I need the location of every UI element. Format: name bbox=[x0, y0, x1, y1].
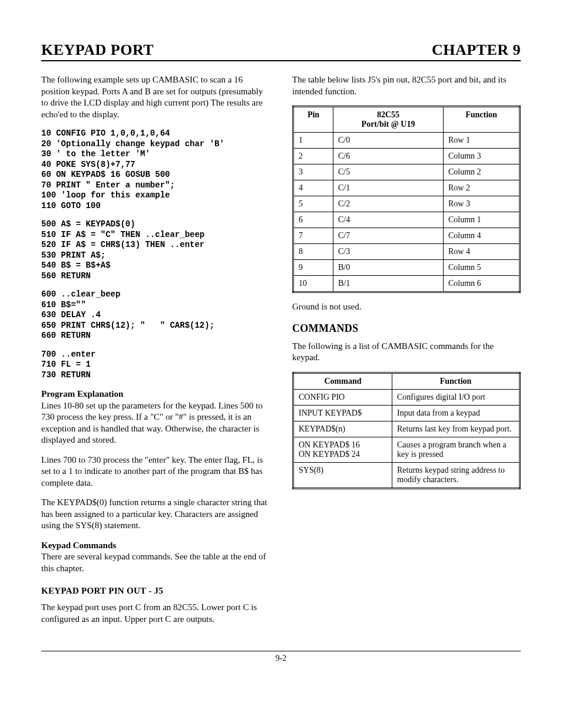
table-row: SYS(8)Returns keypad string address to m… bbox=[293, 462, 520, 488]
table-cell: B/1 bbox=[333, 276, 444, 292]
commands-intro: The following is a list of CAMBASIC comm… bbox=[292, 341, 521, 364]
table-row: INPUT KEYPAD$Input data from a keypad bbox=[293, 405, 520, 421]
table-row: 7C/7Column 4 bbox=[293, 228, 520, 244]
code-block-1: 10 CONFIG PIO 1,0,0,1,0,64 20 'Optionall… bbox=[41, 129, 270, 211]
table-row: 6C/4Column 1 bbox=[293, 212, 520, 228]
keypad-commands-body: There are several keypad commands. See t… bbox=[41, 551, 270, 574]
pinout-heading: KEYPAD PORT PIN OUT - J5 bbox=[41, 586, 270, 596]
code-block-4: 700 ..enter 710 FL = 1 730 RETURN bbox=[41, 350, 270, 381]
table-header-row: Command Function bbox=[293, 373, 520, 389]
table-cell: Column 2 bbox=[444, 164, 520, 180]
table-cell: Column 6 bbox=[444, 276, 520, 292]
table-row: 10B/1Column 6 bbox=[293, 276, 520, 292]
table-cell: 9 bbox=[293, 260, 333, 276]
table-cell: Column 1 bbox=[444, 212, 520, 228]
th-function: Function bbox=[444, 107, 520, 133]
program-explanation-2: Lines 700 to 730 process the "enter" key… bbox=[41, 454, 270, 489]
commands-heading: COMMANDS bbox=[292, 322, 521, 335]
commands-table: Command Function CONFIG PIOConfigures di… bbox=[292, 372, 521, 489]
right-column: The table below lists J5's pin out, 82C5… bbox=[292, 74, 521, 633]
table-row: 4C/1Row 2 bbox=[293, 180, 520, 196]
keypad-commands-title: Keypad Commands bbox=[41, 540, 270, 552]
table-cell: C/6 bbox=[333, 149, 444, 164]
table-row: 1C/0Row 1 bbox=[293, 133, 520, 149]
table-row: 2C/6Column 3 bbox=[293, 149, 520, 164]
table-row: 5C/2Row 3 bbox=[293, 196, 520, 212]
table-cell: ON KEYPAD$ 16 ON KEYPAD$ 24 bbox=[293, 437, 392, 462]
table-cell: 6 bbox=[293, 212, 333, 228]
table-cell: SYS(8) bbox=[293, 462, 392, 488]
table-cell: Input data from a keypad bbox=[392, 405, 520, 421]
intro-paragraph: The following example sets up CAMBASIC t… bbox=[41, 74, 270, 120]
table-row: ON KEYPAD$ 16 ON KEYPAD$ 24Causes a prog… bbox=[293, 437, 520, 462]
left-column: The following example sets up CAMBASIC t… bbox=[41, 74, 270, 633]
table-cell: Returns last key from keypad port. bbox=[392, 421, 520, 437]
table-cell: Column 4 bbox=[444, 228, 520, 244]
right-intro: The table below lists J5's pin out, 82C5… bbox=[292, 74, 521, 97]
table-row: 9B/0Column 5 bbox=[293, 260, 520, 276]
table-cell: 10 bbox=[293, 276, 333, 292]
table-cell: C/4 bbox=[333, 212, 444, 228]
table-cell: B/0 bbox=[333, 260, 444, 276]
header-left: KEYPAD PORT bbox=[41, 41, 154, 59]
page-header: KEYPAD PORT CHAPTER 9 bbox=[41, 41, 521, 61]
content-columns: The following example sets up CAMBASIC t… bbox=[41, 74, 521, 633]
table-cell: Column 5 bbox=[444, 260, 520, 276]
table-cell: C/3 bbox=[333, 244, 444, 260]
table-cell: 5 bbox=[293, 196, 333, 212]
table-cell: 2 bbox=[293, 149, 333, 164]
table-cell: INPUT KEYPAD$ bbox=[293, 405, 392, 421]
ground-note: Ground is not used. bbox=[292, 301, 521, 313]
table-cell: C/2 bbox=[333, 196, 444, 212]
th-command: Command bbox=[293, 373, 392, 389]
page-footer: 9-2 bbox=[41, 651, 521, 663]
table-cell: Column 3 bbox=[444, 149, 520, 164]
code-block-3: 600 ..clear_beep 610 B$="" 630 DELAY .4 … bbox=[41, 289, 270, 341]
table-cell: C/7 bbox=[333, 228, 444, 244]
table-cell: 1 bbox=[293, 133, 333, 149]
table-cell: 4 bbox=[293, 180, 333, 196]
table-cell: Row 4 bbox=[444, 244, 520, 260]
th-pin: Pin bbox=[293, 107, 333, 133]
th-port: 82C55 Port/bit @ U19 bbox=[333, 107, 444, 133]
program-explanation-3: The KEYPAD$(0) function returns a single… bbox=[41, 497, 270, 532]
program-explanation-1: Lines 10-80 set up the parameters for th… bbox=[41, 400, 270, 446]
table-cell: C/0 bbox=[333, 133, 444, 149]
table-cell: Configures digital I/O port bbox=[392, 389, 520, 405]
table-cell: C/5 bbox=[333, 164, 444, 180]
table-cell: C/1 bbox=[333, 180, 444, 196]
table-row: 3C/5Column 2 bbox=[293, 164, 520, 180]
cmd-table-body: CONFIG PIOConfigures digital I/O portINP… bbox=[293, 389, 520, 488]
table-cell: Returns keypad string address to modify … bbox=[392, 462, 520, 488]
code-block-2: 500 A$ = KEYPAD$(0) 510 IF A$ = "C" THEN… bbox=[41, 219, 270, 281]
pin-table: Pin 82C55 Port/bit @ U19 Function 1C/0Ro… bbox=[292, 106, 521, 293]
table-cell: KEYPAD$(n) bbox=[293, 421, 392, 437]
table-header-row: Pin 82C55 Port/bit @ U19 Function bbox=[293, 107, 520, 133]
table-cell: Causes a program branch when a key is pr… bbox=[392, 437, 520, 462]
th-cmd-function: Function bbox=[392, 373, 520, 389]
pin-table-body: 1C/0Row 12C/6Column 33C/5Column 24C/1Row… bbox=[293, 133, 520, 292]
table-cell: Row 3 bbox=[444, 196, 520, 212]
table-cell: 7 bbox=[293, 228, 333, 244]
table-row: KEYPAD$(n)Returns last key from keypad p… bbox=[293, 421, 520, 437]
table-row: CONFIG PIOConfigures digital I/O port bbox=[293, 389, 520, 405]
table-cell: Row 1 bbox=[444, 133, 520, 149]
table-cell: Row 2 bbox=[444, 180, 520, 196]
header-right: CHAPTER 9 bbox=[432, 41, 521, 59]
table-cell: 3 bbox=[293, 164, 333, 180]
program-explanation-title: Program Explanation bbox=[41, 388, 270, 400]
pinout-body: The keypad port uses port C from an 82C5… bbox=[41, 602, 270, 625]
table-cell: 8 bbox=[293, 244, 333, 260]
table-row: 8C/3Row 4 bbox=[293, 244, 520, 260]
table-cell: CONFIG PIO bbox=[293, 389, 392, 405]
